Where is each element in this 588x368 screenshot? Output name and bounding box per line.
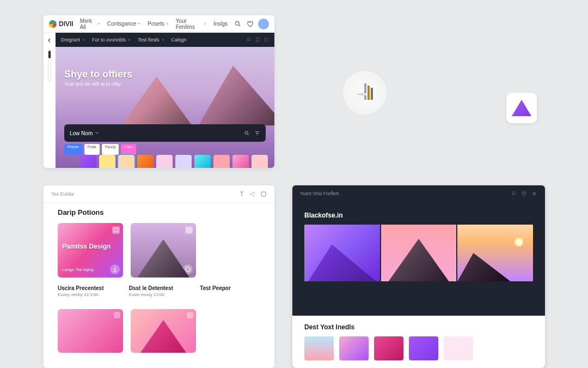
svg-point-1 (245, 131, 248, 134)
thumbnail-strip (304, 336, 533, 360)
bell-icon[interactable] (246, 37, 252, 43)
thumbnail[interactable] (99, 155, 115, 168)
svg-point-12 (186, 267, 190, 272)
thumbnail[interactable] (194, 155, 211, 168)
image-strip (292, 225, 545, 281)
chevron-down-icon (82, 38, 85, 42)
play-icon[interactable] (183, 264, 193, 274)
thumbnail[interactable] (339, 336, 369, 360)
topbar: DIVII Merk All Contsgance Posets Your Fe… (44, 15, 274, 33)
nav-item[interactable]: Contsgance (107, 21, 141, 27)
chevron-down-icon (95, 131, 99, 135)
thumbnail[interactable] (232, 155, 249, 168)
nav-item[interactable]: Posets (148, 21, 169, 27)
thumbnail[interactable] (175, 155, 192, 168)
text-icon[interactable] (238, 191, 245, 197)
gallery-image[interactable] (304, 225, 380, 281)
panel-tab: Yoert Vrisi Freflert (300, 191, 339, 196)
design-card[interactable] (131, 309, 196, 353)
filter-pill[interactable]: Feody (102, 144, 119, 155)
thumbnail[interactable] (409, 336, 438, 360)
nav-item[interactable]: Your Fenlims (176, 18, 207, 30)
subnav-item[interactable]: For to ovonnbls (92, 37, 131, 43)
shield-icon[interactable] (264, 37, 269, 43)
card-title: Pamitss Design (62, 243, 111, 250)
thumbnail[interactable] (213, 155, 230, 168)
bottom-section: Dest Yoxt Inedls (292, 316, 545, 368)
svg-point-13 (523, 192, 525, 194)
chevron-down-icon (127, 38, 131, 42)
expand-icon[interactable] (260, 191, 267, 197)
subnav-item[interactable]: Dregrant (61, 37, 85, 43)
chevron-down-icon (97, 22, 101, 26)
hero: Shye to offiers Yoar ard ole Wb at to of… (56, 47, 274, 168)
card-badge-icon[interactable] (112, 226, 120, 234)
svg-rect-11 (187, 228, 191, 232)
close-icon[interactable] (531, 191, 537, 197)
pill-row: Premn Frete Feody Fden (56, 144, 274, 155)
svg-rect-3 (367, 86, 370, 100)
nav-item[interactable]: Merk All (80, 18, 101, 30)
list-item[interactable]: Dsst le Detentest Eown tnssty 13:00 (129, 285, 189, 297)
card-subtitle: Lariga Tes lepby (62, 267, 94, 272)
avatar[interactable] (258, 19, 269, 29)
thumbnail[interactable] (80, 155, 96, 168)
prev-button[interactable] (72, 160, 77, 166)
section-title: Darip Potions (44, 203, 274, 220)
panel-dark-gallery: Yoert Vrisi Freflert Blackofse.in Dest Y… (292, 185, 545, 368)
nav-item[interactable]: Inslgs (213, 21, 228, 27)
gallery-image[interactable] (381, 225, 457, 281)
share-icon[interactable] (249, 191, 256, 197)
design-card[interactable]: Pamitss Design Lariga Tes lepby (58, 223, 123, 277)
filter-icon[interactable] (254, 130, 260, 136)
hero-title: Shye to offiers (64, 69, 132, 80)
thumbnail[interactable] (118, 155, 134, 168)
floating-spotlight (343, 71, 387, 114)
design-card[interactable] (58, 309, 123, 353)
list-item[interactable]: Test Peepor (200, 285, 260, 297)
card-badge-icon[interactable] (114, 312, 120, 318)
thumbnail[interactable] (156, 155, 173, 168)
triangle-icon (512, 100, 531, 116)
download-icon[interactable] (110, 264, 120, 274)
panel-header: Tes Euldar (44, 185, 274, 203)
bell-icon[interactable] (511, 191, 517, 197)
svg-point-0 (235, 21, 239, 25)
filter-pill[interactable]: Fden (121, 144, 136, 155)
chevron-right-icon (166, 22, 169, 26)
design-card[interactable] (131, 223, 196, 277)
back-button[interactable] (45, 36, 54, 45)
subnav-item[interactable]: Calsgn (171, 37, 187, 43)
thumbnail[interactable] (374, 336, 403, 360)
filter-pill[interactable]: Frete (84, 144, 100, 155)
mountain-graphic (198, 65, 274, 125)
gallery-image[interactable] (457, 225, 533, 281)
hero-subtitle: Yoar ard ole Wb at to ofay (64, 81, 132, 87)
logo[interactable]: DIVII (49, 20, 74, 28)
heart-icon[interactable] (246, 20, 254, 28)
bookmark-icon[interactable] (255, 37, 260, 43)
svg-rect-10 (114, 228, 118, 232)
location-icon[interactable] (521, 191, 527, 197)
thumbnail-strip (56, 154, 274, 168)
svg-point-7 (254, 192, 255, 193)
thumbnail[interactable] (252, 155, 268, 168)
chevron-down-icon (161, 38, 165, 42)
thumbnail[interactable] (444, 336, 473, 360)
gallery-title: Blackofse.in (292, 202, 545, 225)
filter-pill[interactable]: Premn (64, 144, 82, 155)
search-icon[interactable] (234, 20, 242, 28)
list-item[interactable]: Uscira Precentest Esoey dentiy 12:3:00 (58, 285, 118, 297)
scroll-track[interactable] (48, 49, 51, 82)
svg-rect-2 (364, 83, 366, 100)
search-icon[interactable] (244, 130, 250, 136)
thumbnail[interactable] (137, 155, 154, 168)
floating-card (506, 93, 537, 123)
thumbnail[interactable] (304, 336, 334, 360)
subnav-item[interactable]: Test fiesls (138, 37, 165, 43)
scroll-thumb[interactable] (48, 51, 51, 58)
card-badge-icon[interactable] (187, 312, 193, 318)
svg-rect-4 (371, 88, 373, 100)
card-badge-icon[interactable] (185, 226, 193, 234)
search-box[interactable]: Low Nom (64, 124, 266, 142)
